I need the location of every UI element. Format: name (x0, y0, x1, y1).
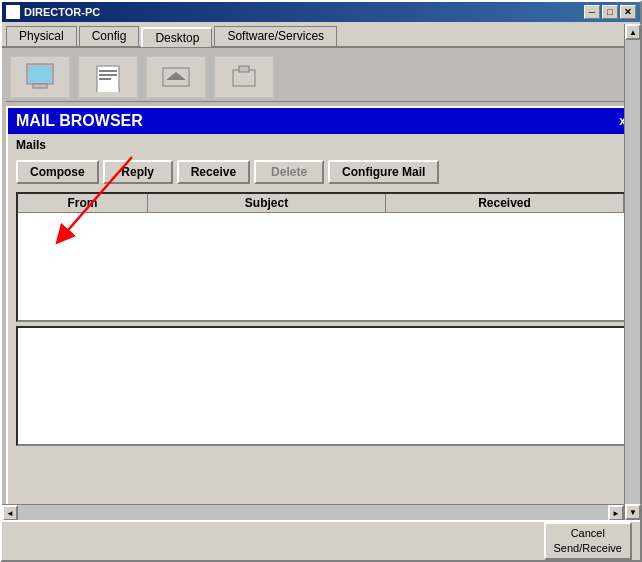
scroll-right-button[interactable]: ► (608, 505, 624, 521)
cancel-send-receive-label: CancelSend/Receive (554, 527, 623, 554)
tab-physical[interactable]: Physical (6, 26, 77, 46)
title-bar: 🖥 DIRECTOR-PC ─ □ ✕ (2, 2, 640, 22)
scrollbar-right: ▲ ▼ (624, 24, 640, 520)
receive-button[interactable]: Receive (177, 160, 250, 184)
close-button[interactable]: ✕ (620, 5, 636, 19)
bottom-bar: CancelSend/Receive (2, 520, 640, 560)
mail-browser: MAIL BROWSER x Mails Compose Reply Recei… (6, 106, 636, 548)
scroll-up-button[interactable]: ▲ (625, 24, 641, 40)
tab-bar: Physical Config Desktop Software/Service… (2, 22, 640, 48)
icons-row (6, 52, 636, 102)
scroll-track-bottom[interactable] (18, 505, 608, 520)
mail-toolbar: Compose Reply Receive Delete Configure M… (8, 156, 634, 188)
content-area: MAIL BROWSER x Mails Compose Reply Recei… (2, 48, 640, 554)
configure-mail-button[interactable]: Configure Mail (328, 160, 439, 184)
mail-list-header: From Subject Received (18, 194, 624, 213)
reply-button[interactable]: Reply (103, 160, 173, 184)
svg-rect-6 (99, 78, 111, 80)
delete-button[interactable]: Delete (254, 160, 324, 184)
scroll-down-button[interactable]: ▼ (625, 504, 641, 520)
desktop-icon-2[interactable] (78, 56, 138, 98)
mail-list-body[interactable] (18, 213, 624, 317)
compose-button[interactable]: Compose (16, 160, 99, 184)
cancel-send-receive-button[interactable]: CancelSend/Receive (544, 522, 633, 561)
desktop-icon-4[interactable] (214, 56, 274, 98)
svg-rect-10 (239, 66, 249, 72)
svg-rect-1 (33, 84, 47, 88)
title-bar-buttons: ─ □ ✕ (584, 5, 636, 19)
from-column-header: From (18, 194, 148, 212)
mails-label: Mails (8, 134, 634, 156)
window-title: DIRECTOR-PC (24, 6, 100, 18)
minimize-button[interactable]: ─ (584, 5, 600, 19)
svg-rect-4 (99, 70, 117, 72)
svg-rect-2 (29, 66, 51, 82)
tab-config[interactable]: Config (79, 26, 140, 46)
desktop-icon-1[interactable] (10, 56, 70, 98)
scrollbar-bottom: ◄ ► (2, 504, 624, 520)
tab-software-services[interactable]: Software/Services (214, 26, 337, 46)
scroll-track-right[interactable] (625, 40, 640, 504)
window-icon: 🖥 (6, 5, 20, 19)
title-bar-left: 🖥 DIRECTOR-PC (6, 5, 100, 19)
tab-desktop[interactable]: Desktop (141, 27, 212, 47)
scroll-left-button[interactable]: ◄ (2, 505, 18, 521)
svg-rect-5 (99, 74, 117, 76)
received-column-header: Received (386, 194, 624, 212)
maximize-button[interactable]: □ (602, 5, 618, 19)
mail-browser-title-text: MAIL BROWSER (16, 112, 143, 130)
desktop-icon-3[interactable] (146, 56, 206, 98)
mail-list: From Subject Received (16, 192, 626, 322)
mail-browser-title-bar: MAIL BROWSER x (8, 108, 634, 134)
mail-preview-pane (16, 326, 626, 446)
subject-column-header: Subject (148, 194, 386, 212)
main-window: 🖥 DIRECTOR-PC ─ □ ✕ Physical Config Desk… (0, 0, 642, 562)
